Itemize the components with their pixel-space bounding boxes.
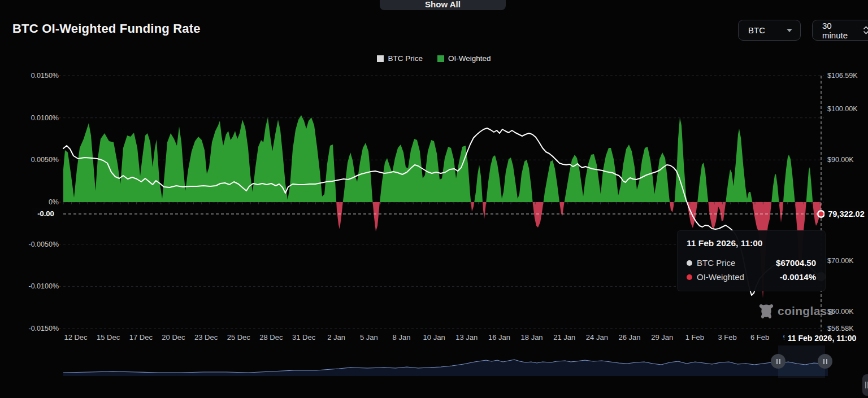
left-axis-tick: 0% xyxy=(7,198,59,206)
x-axis-tick: 13 Jan xyxy=(455,333,478,342)
left-axis-tick: -0.0150% xyxy=(7,325,59,333)
interval-select-value: 30 minute xyxy=(813,21,863,40)
x-axis-tick: 25 Dec xyxy=(227,333,250,342)
interval-stepper-icon xyxy=(863,26,868,34)
x-axis-tick: 29 Jan xyxy=(651,333,673,342)
chart-tooltip: 11 Feb 2026, 11:00 BTC Price $67004.50 O… xyxy=(677,230,826,291)
legend-label: OI-Weighted xyxy=(448,54,491,63)
white-dot-icon xyxy=(687,260,692,266)
tooltip-timestamp: 11 Feb 2026, 11:00 xyxy=(687,238,816,248)
left-axis-tick: 0.0100% xyxy=(7,114,59,122)
legend-item-btc-price[interactable]: BTC Price xyxy=(377,54,423,63)
chart-options-button[interactable] xyxy=(862,374,868,396)
legend-item-oi-weighted[interactable]: OI-Weighted xyxy=(437,54,491,63)
right-axis-tick: $70.00K xyxy=(827,257,854,265)
x-axis-tick: 26 Jan xyxy=(619,333,641,342)
interval-select[interactable]: 30 minute xyxy=(812,20,868,41)
page-title: BTC OI-Weighted Funding Rate xyxy=(12,21,201,36)
tooltip-series-label: OI-Weighted xyxy=(697,272,744,282)
x-axis-tick: 8 Jan xyxy=(393,333,411,342)
tooltip-row-oi-weighted: OI-Weighted -0.0014% xyxy=(687,270,816,284)
x-axis-tick: 5 Jan xyxy=(360,333,378,342)
tooltip-series-label: BTC Price xyxy=(697,258,735,268)
tooltip-series-value: -0.0014% xyxy=(780,272,816,282)
navigator-left-handle[interactable] xyxy=(771,354,785,369)
right-axis-tick: $100.00K xyxy=(827,105,858,113)
x-axis-tick: 3 Feb xyxy=(718,333,736,342)
right-axis-value-badge: 79,322.02 xyxy=(824,208,868,220)
tooltip-row-btc-price: BTC Price $67004.50 xyxy=(687,256,816,270)
left-axis-tick: -0.0050% xyxy=(7,240,59,248)
left-axis-tick: 0.0150% xyxy=(7,72,59,80)
x-axis-tick: 23 Dec xyxy=(194,333,218,342)
x-axis-tick: 20 Dec xyxy=(162,333,185,342)
watermark-text: coinglass xyxy=(778,304,834,318)
chart-legend: BTC Price OI-Weighted xyxy=(0,54,868,63)
x-axis-tick: 2 Jan xyxy=(327,333,345,342)
x-axis-tick: 10 Jan xyxy=(423,333,445,342)
legend-label: BTC Price xyxy=(388,54,423,63)
x-axis-tick: 15 Dec xyxy=(97,333,120,342)
x-axis-value-badge: 11 Feb 2026, 11:00 xyxy=(784,331,860,344)
left-axis-value-badge: -0.00 xyxy=(32,208,59,219)
right-axis-tick: $106.59K xyxy=(827,72,858,80)
symbol-select[interactable]: BTC xyxy=(738,20,801,41)
x-axis-tick: 16 Jan xyxy=(488,333,510,342)
x-axis-tick: 1 Feb xyxy=(685,333,704,342)
red-dot-icon xyxy=(687,274,692,280)
x-axis-tick: 28 Dec xyxy=(259,333,283,342)
left-axis-tick: 0.0050% xyxy=(7,156,59,164)
x-axis-tick: 31 Dec xyxy=(292,333,315,342)
chevron-down-icon xyxy=(787,29,792,32)
tooltip-series-value: $67004.50 xyxy=(776,258,816,268)
x-axis-tick: 6 Feb xyxy=(750,333,769,342)
coinglass-logo-icon xyxy=(758,303,774,320)
x-axis-tick: 21 Jan xyxy=(553,333,575,342)
symbol-select-value: BTC xyxy=(739,25,771,35)
x-axis-tick: 18 Jan xyxy=(521,333,543,342)
navigator-right-handle[interactable] xyxy=(818,354,832,369)
legend-swatch-btc-price xyxy=(377,55,384,62)
left-axis-tick: -0.0100% xyxy=(7,282,59,290)
x-axis-tick: 17 Dec xyxy=(129,333,153,342)
x-axis-tick: 12 Dec xyxy=(64,333,87,342)
x-axis-tick: 24 Jan xyxy=(586,333,608,342)
funding-rate-page: Show All BTC OI-Weighted Funding Rate BT… xyxy=(0,0,868,398)
show-all-button[interactable]: Show All xyxy=(380,0,506,10)
right-axis-tick: $90.00K xyxy=(827,156,854,164)
legend-swatch-oi-weighted xyxy=(437,55,444,62)
watermark: coinglass xyxy=(758,303,834,320)
bars-icon xyxy=(865,382,866,388)
